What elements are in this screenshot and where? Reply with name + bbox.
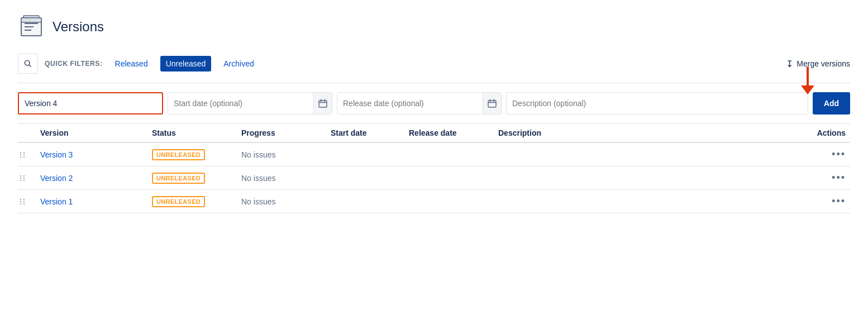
start-date-input[interactable]: [168, 92, 313, 115]
svg-point-34: [20, 203, 21, 204]
col-header-version: Version: [40, 128, 152, 137]
actions-menu-button[interactable]: •••: [832, 149, 846, 160]
description-wrapper: [506, 92, 808, 115]
svg-point-20: [20, 154, 21, 155]
svg-point-29: [23, 179, 25, 180]
release-date-wrapper: [337, 92, 502, 115]
svg-point-19: [23, 151, 25, 152]
svg-point-30: [20, 198, 21, 199]
search-icon: [24, 59, 32, 68]
svg-point-33: [23, 201, 25, 202]
add-button[interactable]: Add: [813, 92, 850, 115]
svg-point-18: [20, 151, 21, 152]
svg-point-23: [23, 156, 25, 157]
version-link[interactable]: Version 2: [40, 174, 152, 183]
col-header-status: Status: [152, 128, 241, 137]
drag-handle[interactable]: [18, 197, 40, 206]
versions-icon: [18, 13, 45, 40]
release-date-input[interactable]: [337, 92, 483, 115]
svg-rect-14: [488, 101, 496, 107]
search-button[interactable]: [18, 54, 38, 74]
status-badge: UNRELEASED: [152, 196, 205, 207]
svg-point-22: [20, 156, 21, 157]
version-name-input[interactable]: [18, 92, 163, 115]
version-link[interactable]: Version 3: [40, 150, 152, 159]
svg-rect-5: [21, 18, 41, 22]
toolbar: QUICK FILTERS: Released Unreleased Archi…: [18, 54, 850, 83]
svg-point-27: [23, 177, 25, 178]
release-date-calendar-icon[interactable]: [483, 93, 501, 114]
svg-point-26: [20, 177, 21, 178]
page-title: Versions: [53, 19, 104, 35]
col-header-startdate: Start date: [331, 128, 409, 137]
start-date-wrapper: [168, 92, 332, 115]
drag-handle[interactable]: [18, 174, 40, 183]
col-header-description: Description: [498, 128, 783, 137]
add-version-form: Add: [18, 83, 850, 124]
svg-point-35: [23, 203, 25, 204]
merge-icon: ↧: [786, 59, 793, 69]
progress-text: No issues: [241, 150, 331, 159]
table-row: Version 1 UNRELEASED No issues •••: [18, 190, 850, 213]
table-row: Version 2 UNRELEASED No issues •••: [18, 166, 850, 190]
svg-marker-9: [801, 85, 814, 94]
page-header: Versions: [18, 13, 850, 40]
svg-point-25: [23, 175, 25, 176]
actions-menu-button[interactable]: •••: [832, 196, 846, 207]
svg-point-21: [23, 154, 25, 155]
filter-unreleased-button[interactable]: Unreleased: [160, 56, 212, 71]
status-badge: UNRELEASED: [152, 173, 205, 184]
table-row: Version 3 UNRELEASED No issues •••: [18, 143, 850, 166]
filter-archived-button[interactable]: Archived: [218, 56, 259, 71]
merge-versions-button[interactable]: ↧ Merge versions: [786, 59, 850, 69]
col-header-actions: Actions: [783, 128, 850, 137]
arrow-indicator: [798, 66, 818, 99]
svg-point-24: [20, 175, 21, 176]
drag-handle[interactable]: [18, 150, 40, 159]
filter-released-button[interactable]: Released: [109, 56, 154, 71]
progress-text: No issues: [241, 174, 331, 183]
status-badge: UNRELEASED: [152, 149, 205, 160]
description-input[interactable]: [507, 92, 652, 115]
quick-filters-label: QUICK FILTERS:: [45, 60, 103, 68]
svg-point-31: [23, 198, 25, 199]
col-header-progress: Progress: [241, 128, 331, 137]
actions-menu-button[interactable]: •••: [832, 172, 846, 183]
version-link[interactable]: Version 1: [40, 197, 152, 206]
table-header: Version Status Progress Start date Relea…: [18, 124, 850, 143]
svg-line-7: [29, 65, 31, 66]
col-header-releasedate: Release date: [409, 128, 498, 137]
svg-point-28: [20, 179, 21, 180]
progress-text: No issues: [241, 197, 331, 206]
svg-point-32: [20, 201, 21, 202]
svg-rect-10: [319, 101, 327, 107]
start-date-calendar-icon[interactable]: [313, 93, 332, 114]
